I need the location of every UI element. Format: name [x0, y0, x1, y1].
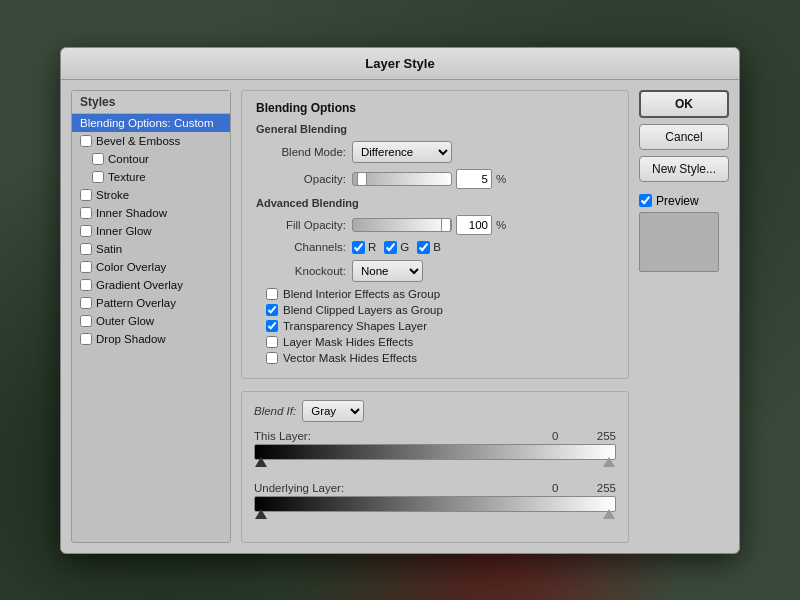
sidebar-item-drop-shadow[interactable]: Drop Shadow [72, 330, 230, 348]
sidebar-item-contour[interactable]: Contour [72, 150, 230, 168]
preview-box [639, 212, 719, 272]
advanced-checkboxes: Blend Interior Effects as Group Blend Cl… [266, 288, 614, 364]
sidebar-item-outer-glow[interactable]: Outer Glow [72, 312, 230, 330]
sidebar-item-pattern-overlay[interactable]: Pattern Overlay [72, 294, 230, 312]
layer-mask-checkbox[interactable] [266, 336, 278, 348]
sidebar-item-satin[interactable]: Satin [72, 240, 230, 258]
sidebar-item-gradient-overlay[interactable]: Gradient Overlay [72, 276, 230, 294]
channel-g-label: G [400, 241, 409, 253]
ok-button[interactable]: OK [639, 90, 729, 118]
checkbox-color-overlay[interactable] [80, 261, 92, 273]
preview-row: Preview [639, 194, 699, 208]
channels-label: Channels: [256, 241, 346, 253]
label-satin: Satin [96, 243, 122, 255]
transparency-shapes-row: Transparency Shapes Layer [266, 320, 614, 332]
label-drop-shadow: Drop Shadow [96, 333, 166, 345]
preview-checkbox[interactable] [639, 194, 652, 207]
styles-panel: Styles Blending Options: CustomBevel & E… [71, 90, 231, 543]
checkbox-satin[interactable] [80, 243, 92, 255]
checkbox-inner-shadow[interactable] [80, 207, 92, 219]
this-layer-slider[interactable] [254, 444, 616, 460]
channel-b-label: B [433, 241, 441, 253]
fill-opacity-input[interactable] [456, 215, 492, 235]
opacity-input[interactable] [456, 169, 492, 189]
checkbox-contour[interactable] [92, 153, 104, 165]
layer-mask-row: Layer Mask Hides Effects [266, 336, 614, 348]
blend-mode-row: Blend Mode: NormalDissolveDarkenMultiply… [256, 141, 614, 163]
blend-clipped-checkbox[interactable] [266, 304, 278, 316]
fill-opacity-label: Fill Opacity: [256, 219, 346, 231]
blend-clipped-label: Blend Clipped Layers as Group [283, 304, 443, 316]
underlying-layer-slider[interactable] [254, 496, 616, 512]
opacity-label: Opacity: [256, 173, 346, 185]
sidebar-item-blending-options[interactable]: Blending Options: Custom [72, 114, 230, 132]
label-inner-glow: Inner Glow [96, 225, 152, 237]
channel-r-item: R [352, 241, 376, 254]
underlying-layer-label: Underlying Layer: [254, 482, 344, 494]
checkbox-gradient-overlay[interactable] [80, 279, 92, 291]
label-inner-shadow: Inner Shadow [96, 207, 167, 219]
this-layer-left-thumb[interactable] [255, 457, 267, 467]
channel-r-checkbox[interactable] [352, 241, 365, 254]
label-bevel-emboss: Bevel & Emboss [96, 135, 180, 147]
checkbox-stroke[interactable] [80, 189, 92, 201]
sidebar-item-inner-shadow[interactable]: Inner Shadow [72, 204, 230, 222]
underlying-layer-left-thumb[interactable] [255, 509, 267, 519]
sidebar-item-inner-glow[interactable]: Inner Glow [72, 222, 230, 240]
checkbox-bevel-emboss[interactable] [80, 135, 92, 147]
checkbox-drop-shadow[interactable] [80, 333, 92, 345]
channel-r-label: R [368, 241, 376, 253]
channel-g-checkbox[interactable] [384, 241, 397, 254]
underlying-layer-section: Underlying Layer: 0 255 [254, 482, 616, 526]
layer-mask-label: Layer Mask Hides Effects [283, 336, 413, 348]
new-style-button[interactable]: New Style... [639, 156, 729, 182]
label-blending-options: Blending Options: Custom [80, 117, 214, 129]
general-blending-title: General Blending [256, 123, 614, 135]
underlying-layer-right-thumb[interactable] [603, 509, 615, 519]
this-layer-label: This Layer: [254, 430, 311, 442]
sidebar-item-stroke[interactable]: Stroke [72, 186, 230, 204]
checkbox-inner-glow[interactable] [80, 225, 92, 237]
sidebar-item-color-overlay[interactable]: Color Overlay [72, 258, 230, 276]
options-panel: Blending Options General Blending Blend … [241, 90, 629, 543]
channels-group: R G B [352, 241, 441, 254]
blend-if-section: Blend If: GrayRedGreenBlue This Layer: 0… [241, 391, 629, 543]
blend-mode-select[interactable]: NormalDissolveDarkenMultiplyColor BurnLi… [352, 141, 452, 163]
fill-opacity-slider[interactable] [352, 218, 452, 232]
knockout-select[interactable]: NoneShallowDeep [352, 260, 423, 282]
blend-interior-row: Blend Interior Effects as Group [266, 288, 614, 300]
opacity-row: Opacity: % [256, 169, 614, 189]
label-gradient-overlay: Gradient Overlay [96, 279, 183, 291]
cancel-button[interactable]: Cancel [639, 124, 729, 150]
sidebar-item-texture[interactable]: Texture [72, 168, 230, 186]
blend-clipped-row: Blend Clipped Layers as Group [266, 304, 614, 316]
blending-options-title: Blending Options [256, 101, 614, 115]
channels-row: Channels: R G B [256, 241, 614, 254]
vector-mask-checkbox[interactable] [266, 352, 278, 364]
blending-options-section: Blending Options General Blending Blend … [241, 90, 629, 379]
checkbox-pattern-overlay[interactable] [80, 297, 92, 309]
advanced-blending-title: Advanced Blending [256, 197, 614, 209]
opacity-slider[interactable] [352, 172, 452, 186]
blend-if-select[interactable]: GrayRedGreenBlue [302, 400, 364, 422]
opacity-slider-container: % [352, 169, 506, 189]
checkbox-texture[interactable] [92, 171, 104, 183]
buttons-panel: OK Cancel New Style... Preview [639, 90, 729, 543]
underlying-layer-label-row: Underlying Layer: 0 255 [254, 482, 616, 494]
vector-mask-label: Vector Mask Hides Effects [283, 352, 417, 364]
label-outer-glow: Outer Glow [96, 315, 154, 327]
label-color-overlay: Color Overlay [96, 261, 166, 273]
this-layer-label-row: This Layer: 0 255 [254, 430, 616, 442]
channel-b-checkbox[interactable] [417, 241, 430, 254]
blend-if-row: Blend If: GrayRedGreenBlue [254, 400, 616, 422]
preview-label: Preview [656, 194, 699, 208]
transparency-shapes-checkbox[interactable] [266, 320, 278, 332]
sidebar-item-bevel-emboss[interactable]: Bevel & Emboss [72, 132, 230, 150]
blend-if-label: Blend If: [254, 405, 296, 417]
label-pattern-overlay: Pattern Overlay [96, 297, 176, 309]
underlying-layer-values: 0 255 [552, 482, 616, 494]
vector-mask-row: Vector Mask Hides Effects [266, 352, 614, 364]
this-layer-right-thumb[interactable] [603, 457, 615, 467]
checkbox-outer-glow[interactable] [80, 315, 92, 327]
blend-interior-checkbox[interactable] [266, 288, 278, 300]
